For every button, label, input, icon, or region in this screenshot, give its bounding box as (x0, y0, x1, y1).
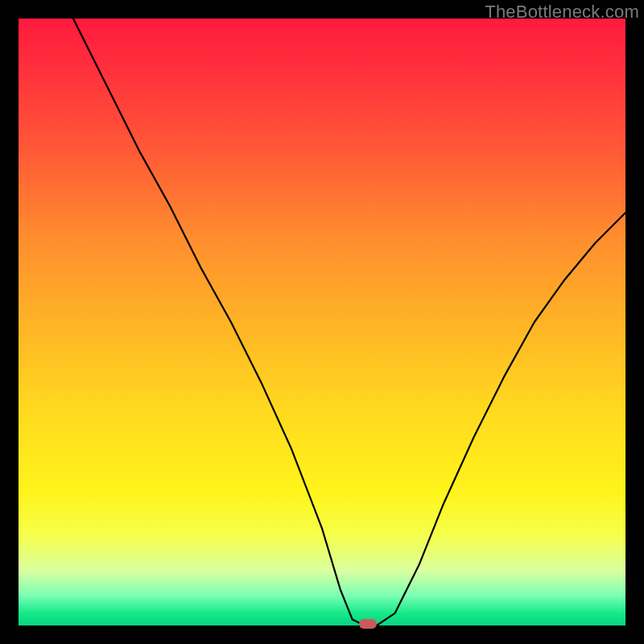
optimum-marker (359, 619, 377, 629)
plot-area (19, 19, 625, 625)
plot-inner (19, 19, 625, 625)
bottleneck-curve (19, 19, 625, 625)
chart-frame: TheBottleneck.com (0, 0, 644, 644)
